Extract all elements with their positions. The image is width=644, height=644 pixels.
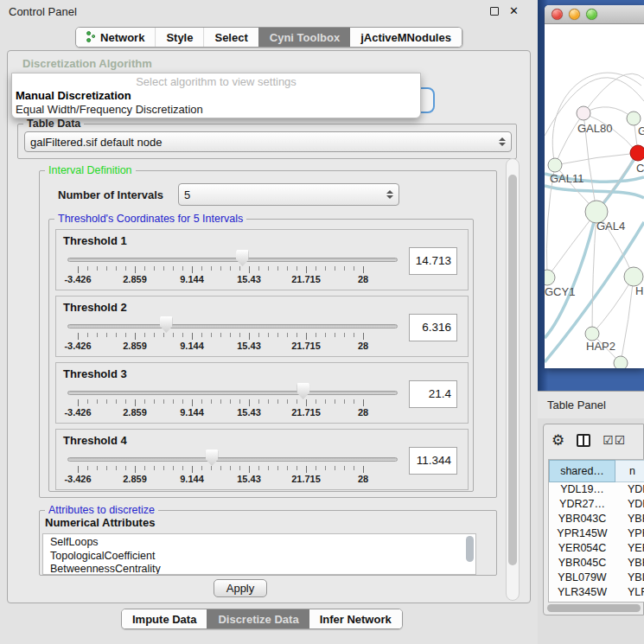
- table-data-combobox[interactable]: galFiltered.sif default node: [24, 131, 512, 152]
- table-data-group-title: Table Data: [23, 118, 84, 131]
- number-of-intervals-value: 5: [184, 188, 190, 201]
- table-row[interactable]: YDR27…YDR2: [549, 497, 644, 512]
- node-g[interactable]: [627, 112, 641, 125]
- table-row[interactable]: YBR043CYBR0: [549, 512, 644, 526]
- slider-major-tick: [249, 466, 250, 473]
- tick-label: 28: [358, 407, 368, 418]
- discretization-algorithm-group-title: Discretization Algorithm: [22, 57, 152, 70]
- list-scrollbar[interactable]: [466, 536, 474, 562]
- apply-button[interactable]: Apply: [214, 579, 267, 597]
- settings-scrollbar-thumb[interactable]: [508, 175, 517, 565]
- tab-style-label: Style: [166, 31, 193, 44]
- threshold-2-slider-thumb[interactable]: [160, 316, 173, 333]
- threshold-3-value-field[interactable]: 21.4: [409, 380, 457, 408]
- tab-network[interactable]: Network: [76, 28, 155, 47]
- slider-major-tick: [306, 466, 307, 473]
- threshold-1-slider: -3.426 2.859 9.144 15.43 21.715 28: [78, 230, 363, 291]
- cell: YER054C: [549, 541, 615, 556]
- cell: YDR2: [615, 497, 644, 512]
- close-icon[interactable]: ✕: [509, 7, 519, 16]
- node-label-gal4: GAL4: [596, 220, 625, 233]
- tab-impute-data[interactable]: Impute Data: [122, 609, 207, 628]
- tick-label: 2.859: [123, 274, 147, 284]
- threshold-1-value-field[interactable]: 14.713: [409, 247, 457, 275]
- slider-major-tick: [135, 399, 136, 406]
- slider-major-tick: [78, 399, 79, 406]
- tab-cyni-toolbox[interactable]: Cyni Toolbox: [258, 28, 350, 47]
- node-hap2[interactable]: [585, 327, 599, 341]
- table-row[interactable]: YLR345WYLR3: [549, 585, 644, 600]
- threshold-3-slider-thumb[interactable]: [296, 383, 309, 399]
- popup-item-manual-discretization[interactable]: Manual Discretization: [12, 89, 420, 103]
- threshold-1-slider-thumb[interactable]: [236, 250, 249, 266]
- threshold-4-slider-thumb[interactable]: [206, 450, 219, 466]
- node-label-hap2: HAP2: [586, 340, 615, 353]
- table-row[interactable]: YDL19…YDL1: [549, 482, 644, 497]
- node-bottom[interactable]: [614, 356, 628, 368]
- tab-jactivemnodules[interactable]: jActiveMNodules: [350, 28, 462, 47]
- settings-scrollbar[interactable]: [506, 158, 520, 601]
- attributes-group: Attributes to discretize Numerical Attri…: [39, 510, 497, 576]
- node-label-g: G: [638, 124, 644, 137]
- slider-major-tick: [78, 333, 79, 340]
- slider-major-tick: [249, 333, 250, 340]
- tick-label: -3.426: [64, 407, 91, 418]
- network-nodes[interactable]: [545, 106, 644, 368]
- cell: YBR045C: [549, 556, 615, 571]
- slider-major-tick: [135, 266, 136, 273]
- tick-label: 15.43: [237, 407, 261, 418]
- node-gal80[interactable]: [577, 106, 590, 120]
- slider-major-tick: [192, 266, 193, 273]
- node-gcy1[interactable]: [545, 270, 555, 285]
- threshold-4-slider: -3.426 2.859 9.144 15.43 21.715 28: [78, 430, 363, 491]
- threshold-2-slider: -3.426 2.859 9.144 15.43 21.715 28: [78, 296, 363, 358]
- attributes-group-title: Attributes to discretize: [45, 504, 158, 517]
- network-icon: [86, 31, 96, 43]
- node-h[interactable]: [624, 267, 643, 286]
- table-row[interactable]: YPR145WYPR1: [549, 526, 644, 541]
- checkbox-icons[interactable]: ☑☑: [603, 433, 626, 447]
- threshold-2-value-field[interactable]: 6.316: [409, 314, 457, 341]
- table-row[interactable]: YBR045CYBR0: [549, 556, 644, 571]
- threshold-1-row: Threshold 1 -3.426 2.859 9.144 15.43 21.…: [55, 229, 469, 290]
- combo-arrows-icon: [381, 190, 393, 199]
- panel-title: Control Panel: [9, 5, 77, 18]
- table-row[interactable]: YER054CYER0: [549, 541, 644, 556]
- tick-label: -3.426: [64, 274, 91, 284]
- node-red[interactable]: [630, 145, 644, 161]
- gear-icon[interactable]: ⚙: [552, 431, 564, 449]
- close-traffic-light[interactable]: [552, 9, 563, 20]
- cell: YDL19…: [549, 482, 615, 497]
- zoom-traffic-light[interactable]: [586, 9, 597, 20]
- popup-item-equal-width[interactable]: Equal Width/Frequency Discretization: [12, 103, 420, 117]
- table-horizontal-scrollbar[interactable]: [547, 604, 641, 612]
- popup-placeholder-item[interactable]: Select algorithm to view settings: [12, 75, 420, 89]
- node-label-gcy1: GCY1: [545, 285, 575, 298]
- column-header-shared[interactable]: shared…: [549, 460, 615, 482]
- minimize-traffic-light[interactable]: [569, 9, 580, 20]
- table-row[interactable]: YIL053CYIL0: [549, 600, 644, 603]
- tick-label: -3.426: [64, 474, 91, 484]
- tick-label: 2.859: [123, 407, 147, 418]
- tab-select[interactable]: Select: [203, 28, 258, 47]
- split-columns-icon[interactable]: [577, 434, 590, 447]
- list-item[interactable]: SelfLoops: [50, 536, 475, 550]
- list-item[interactable]: TopologicalCoefficient: [50, 550, 475, 564]
- control-panel: Control Panel ✕ Network Style Select Cyn…: [0, 0, 538, 644]
- tab-infer-network-label: Infer Network: [320, 613, 392, 626]
- tab-discretize-data[interactable]: Discretize Data: [207, 609, 309, 628]
- threshold-4-value-field[interactable]: 11.344: [409, 447, 457, 475]
- list-item[interactable]: BetweennessCentrality: [50, 563, 475, 575]
- network-canvas[interactable]: GAL80 G C GAL11 GAL4 GCY1 H HAP2: [545, 25, 644, 368]
- slider-major-tick: [249, 266, 250, 273]
- tick-label: 28: [358, 341, 368, 351]
- table-row[interactable]: YBL079WYBL0: [549, 571, 644, 585]
- column-header-name[interactable]: n: [615, 460, 644, 482]
- network-view-window: GAL80 G C GAL11 GAL4 GCY1 H HAP2: [545, 5, 644, 368]
- node-gal11[interactable]: [548, 158, 562, 172]
- tab-infer-network[interactable]: Infer Network: [309, 609, 402, 628]
- float-window-icon[interactable]: [490, 7, 499, 16]
- tab-style[interactable]: Style: [155, 28, 203, 47]
- node-label-c: C: [636, 162, 644, 175]
- number-of-intervals-combobox[interactable]: 5: [178, 183, 399, 206]
